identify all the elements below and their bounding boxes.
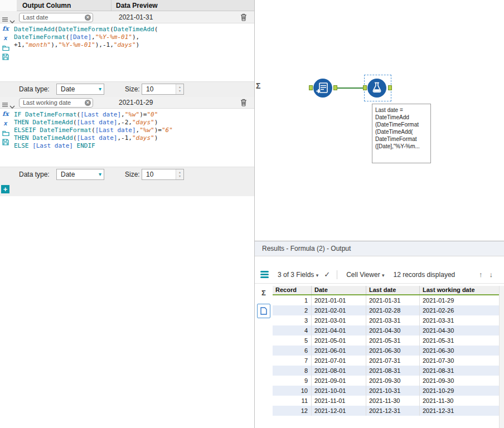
expression-footer: Data type: Date ▾ Size: 10 ▴▾ [0,167,254,182]
tool-annotation[interactable]: Last date =DateTimeAdd(DateTimeFormat(Da… [372,104,431,163]
column-header-last-date[interactable]: Last date [366,286,420,294]
formula-flask-icon [367,79,386,98]
size-value: 10 [146,171,153,178]
sigma-profile-toggle[interactable]: Σ [258,287,270,299]
output-anchor[interactable] [333,85,337,90]
sigma-glyph: Σ [256,81,260,90]
table-row[interactable]: 92021-09-012021-09-302021-09-30 [273,376,499,386]
code-token: DateTimeAdd [32,134,73,142]
table-cell: 2021-05-01 [312,335,366,346]
table-layout-icon[interactable] [260,271,269,278]
record-number: 9 [273,376,312,386]
record-number: 1 [273,295,312,305]
variables-icon[interactable]: x [1,34,10,42]
data-preview-value: 2021-01-29 [119,97,153,109]
data-type-dropdown[interactable]: Date ▾ [56,169,104,180]
size-value: 10 [146,85,153,93]
table-cell: 2021-01-29 [420,295,499,305]
expression-block-2: Last working date × 2021-01-29 fx x IF D… [0,97,254,182]
table-row[interactable]: 32021-03-012021-03-312021-03-31 [273,315,499,325]
column-header-record[interactable]: Record [273,286,312,294]
code-token: "6" [162,127,173,134]
code-token: "%w" [125,111,140,118]
save-icon[interactable] [1,138,10,146]
code-token: , [21,41,25,48]
size-input[interactable]: 10 ▴▾ [142,84,184,95]
record-number: 11 [273,396,312,406]
cell-viewer-dropdown[interactable]: Cell Viewer ▾ [346,271,384,279]
variables-icon[interactable]: x [1,119,10,127]
code-token: DateTimeAdd [32,119,73,126]
workflow-canvas[interactable]: Σ Last date =DateTimeAdd(DateTimeFormat(… [254,0,504,241]
table-row[interactable]: 102021-10-012021-10-312021-10-29 [273,386,499,396]
size-input[interactable]: 10 ▴▾ [142,169,184,180]
table-cell: 2021-08-01 [312,366,366,376]
functions-icon[interactable]: fx [1,25,10,32]
delete-expression-button[interactable] [240,13,247,23]
formula-tool[interactable] [367,79,386,98]
table-cell: 2021-09-30 [420,376,499,386]
code-token: IF [14,111,25,118]
toolbar-nav: ↑ ↓ [479,270,493,279]
input-anchor[interactable] [309,85,313,90]
up-arrow-icon[interactable]: ↑ [479,270,483,279]
spinner-control[interactable]: ▴▾ [176,84,183,94]
column-header-last-working-date[interactable]: Last working date [420,286,499,294]
output-column-input[interactable]: Last date × [19,13,93,22]
data-type-value: Date [61,85,75,93]
delete-expression-button[interactable] [240,99,247,109]
add-expression-button[interactable]: + [1,185,9,193]
down-arrow-icon[interactable]: ↓ [490,270,493,279]
table-row[interactable]: 112021-11-012021-11-302021-11-30 [273,396,499,406]
table-row[interactable]: 82021-08-012021-08-312021-08-31 [273,366,499,376]
table-row[interactable]: 122021-12-012021-12-312021-12-31 [273,406,499,416]
expression-code[interactable]: IF DateTimeFormat([Last date],"%w")="0"T… [12,109,254,167]
code-token: "days" [132,119,154,126]
table-cell: 2021-11-30 [366,396,420,406]
text-input-icon [313,79,332,98]
spinner-control[interactable]: ▴▾ [176,169,183,179]
expression-footer: Data type: Date ▾ Size: 10 ▴▾ [0,82,254,96]
code-token: [Last date] [95,127,136,134]
code-token: ) [154,119,158,126]
table-cell: 2021-10-01 [312,386,366,396]
fields-dropdown[interactable]: 3 of 3 Fields ▾ [278,271,318,279]
data-type-dropdown[interactable]: Date ▾ [56,84,104,95]
code-token: -1 [121,134,128,142]
code-token: THEN [14,134,32,142]
code-token: "days" [114,41,136,48]
text-input-tool[interactable] [313,79,332,98]
expression-code[interactable]: DateTimeAdd(DateTimeFormat(DateTimeAdd(D… [12,23,254,81]
table-row[interactable]: 42021-04-012021-04-302021-04-30 [273,325,499,335]
clear-icon[interactable]: × [85,100,91,106]
save-icon[interactable] [1,53,10,61]
input-anchor[interactable] [363,85,367,90]
code-token: ( [91,127,95,134]
expression-editor-1: fx x DateTimeAdd(DateTimeFormat(DateTime… [0,23,254,82]
clear-icon[interactable]: × [85,14,91,21]
code-token: DateTimeAdd [114,26,154,33]
output-column-input[interactable]: Last working date × [19,98,93,108]
table-row[interactable]: 52021-05-012021-05-312021-05-31 [273,335,499,346]
record-number: 6 [273,346,312,356]
scrollbar[interactable] [499,286,504,428]
data-view-toggle[interactable] [257,304,270,318]
column-header-date[interactable]: Date [312,286,366,294]
annotation-line: DateTimeAdd [375,114,428,121]
table-row[interactable]: 72021-07-012021-07-312021-07-30 [273,356,499,366]
expression-header: Last working date × 2021-01-29 [0,97,254,109]
open-folder-icon[interactable] [1,129,10,137]
code-line: IF DateTimeFormat([Last date],"%w")="0" [14,111,252,119]
code-token: DateTimeAdd [14,26,55,33]
results-panel: Results - Formula (2) - Output 3 of 3 Fi… [254,241,504,428]
expression-editor-2: fx x IF DateTimeFormat([Last date],"%w")… [0,109,254,167]
table-row[interactable]: 12021-01-012021-01-312021-01-29 [273,295,499,305]
table-cell: 2021-01-01 [312,295,366,305]
table-row[interactable]: 62021-06-012021-06-302021-06-30 [273,346,499,356]
table-row[interactable]: 22021-02-012021-02-282021-02-26 [273,305,499,315]
functions-icon[interactable]: fx [1,110,10,118]
open-folder-icon[interactable] [1,43,10,51]
apply-check-icon[interactable]: ✓ [324,270,330,279]
output-anchor[interactable] [388,85,392,90]
code-line: THEN DateTimeAdd([Last date],-2,"days") [14,119,252,127]
